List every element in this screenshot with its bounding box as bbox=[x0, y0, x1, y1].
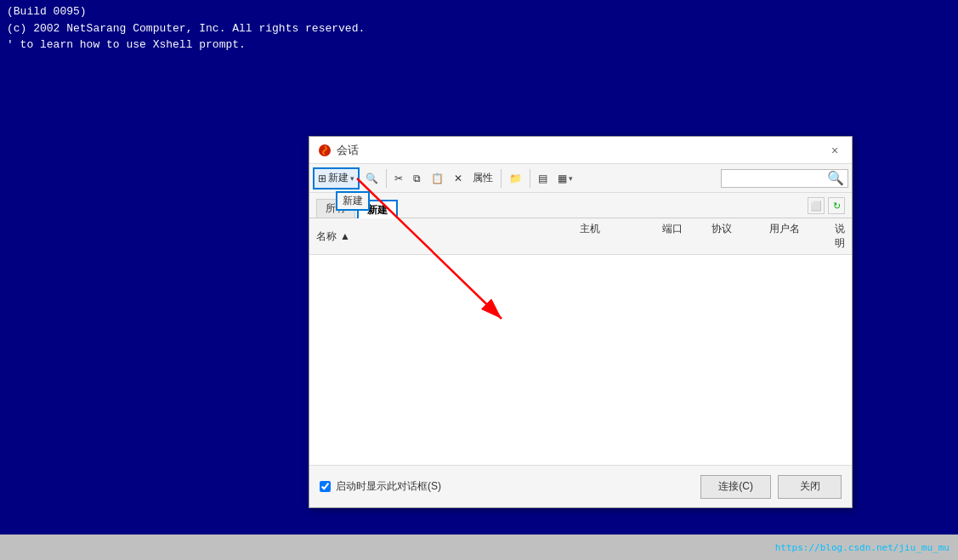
properties-button[interactable]: 属性 bbox=[468, 167, 497, 189]
table-header: 名称 ▲ 主机 端口 协议 用户名 说明 bbox=[309, 218, 852, 255]
paste-icon: 📋 bbox=[431, 173, 444, 184]
taskbar: https://blog.csdn.net/jiu_mu_mu bbox=[0, 535, 958, 560]
new-icon: ⊞ bbox=[318, 173, 326, 184]
view-icon: ▤ bbox=[538, 173, 547, 184]
toolbar-separator-3 bbox=[530, 169, 530, 188]
properties-label: 属性 bbox=[473, 171, 493, 185]
paste-button[interactable]: 📋 bbox=[427, 167, 448, 189]
tabs-right-controls: ⬜ ↻ bbox=[808, 197, 845, 218]
session-table: 名称 ▲ 主机 端口 协议 用户名 说明 bbox=[309, 218, 852, 465]
delete-button[interactable]: ✕ bbox=[450, 167, 467, 189]
toolbar-separator-2 bbox=[501, 169, 502, 188]
col-header-username: 用户名 bbox=[769, 222, 835, 251]
grid-icon: ▦ bbox=[558, 173, 567, 184]
new-label: 新建 bbox=[328, 171, 349, 185]
col-header-host: 主机 bbox=[580, 222, 662, 251]
close-button[interactable]: 关闭 bbox=[778, 475, 842, 499]
dialog-tabs-bar: 所有 新建 ⬜ ↻ bbox=[309, 193, 852, 218]
grid-dropdown-arrow: ▾ bbox=[569, 174, 573, 183]
dialog-overlay: 会话 × ⊞ 新建 ▾ 🔍 ✂ ⧉ bbox=[0, 0, 958, 560]
startup-show-checkbox[interactable] bbox=[320, 481, 331, 492]
new-tooltip-popup: 新建 bbox=[336, 191, 370, 211]
search-input[interactable] bbox=[725, 173, 827, 184]
connect-button[interactable]: 连接(C) bbox=[700, 475, 771, 499]
find-icon: 🔍 bbox=[366, 173, 378, 184]
dialog-toolbar: ⊞ 新建 ▾ 🔍 ✂ ⧉ 📋 ✕ bbox=[309, 164, 852, 193]
new-session-button[interactable]: ⊞ 新建 ▾ bbox=[313, 167, 360, 189]
copy-icon: ⧉ bbox=[413, 173, 421, 184]
col-header-desc: 说明 bbox=[835, 222, 845, 251]
toolbar-separator-1 bbox=[386, 169, 387, 188]
dialog-footer: 启动时显示此对话框(S) 连接(C) 关闭 bbox=[309, 465, 852, 507]
search-icon: 🔍 bbox=[827, 170, 844, 187]
grid-view-button[interactable]: ▦ ▾ bbox=[553, 167, 577, 189]
folder-button[interactable]: 📁 bbox=[505, 167, 526, 189]
col-header-name: 名称 ▲ bbox=[316, 222, 580, 251]
col-header-port: 端口 bbox=[662, 222, 711, 251]
table-body bbox=[309, 255, 852, 465]
startup-show-label: 启动时显示此对话框(S) bbox=[336, 479, 441, 494]
delete-icon: ✕ bbox=[454, 173, 462, 184]
tooltip-text: 新建 bbox=[343, 195, 363, 206]
dialog-close-button[interactable]: × bbox=[826, 142, 843, 159]
find-button[interactable]: 🔍 bbox=[361, 167, 383, 189]
url-text: https://blog.csdn.net/jiu_mu_mu bbox=[775, 542, 949, 553]
new-dropdown-arrow: ▾ bbox=[350, 174, 354, 183]
col-header-protocol: 协议 bbox=[711, 222, 769, 251]
search-box: 🔍 bbox=[721, 169, 848, 188]
copy-button[interactable]: ⧉ bbox=[409, 167, 425, 189]
tab-gray-btn[interactable]: ⬜ bbox=[808, 197, 825, 214]
footer-buttons: 连接(C) 关闭 bbox=[700, 475, 842, 499]
cut-icon: ✂ bbox=[394, 173, 403, 184]
tab-refresh-btn[interactable]: ↻ bbox=[828, 197, 845, 214]
dialog-title: 会话 bbox=[337, 143, 359, 158]
footer-left: 启动时显示此对话框(S) bbox=[320, 479, 441, 494]
view-button[interactable]: ▤ bbox=[534, 167, 552, 189]
dialog-logo-icon bbox=[318, 144, 332, 157]
folder-icon: 📁 bbox=[509, 173, 522, 184]
dialog-titlebar: 会话 × bbox=[309, 137, 852, 164]
session-dialog: 会话 × ⊞ 新建 ▾ 🔍 ✂ ⧉ bbox=[309, 136, 853, 508]
sort-icon: ▲ bbox=[340, 230, 350, 242]
title-left: 会话 bbox=[318, 143, 359, 158]
cut-button[interactable]: ✂ bbox=[390, 167, 407, 189]
